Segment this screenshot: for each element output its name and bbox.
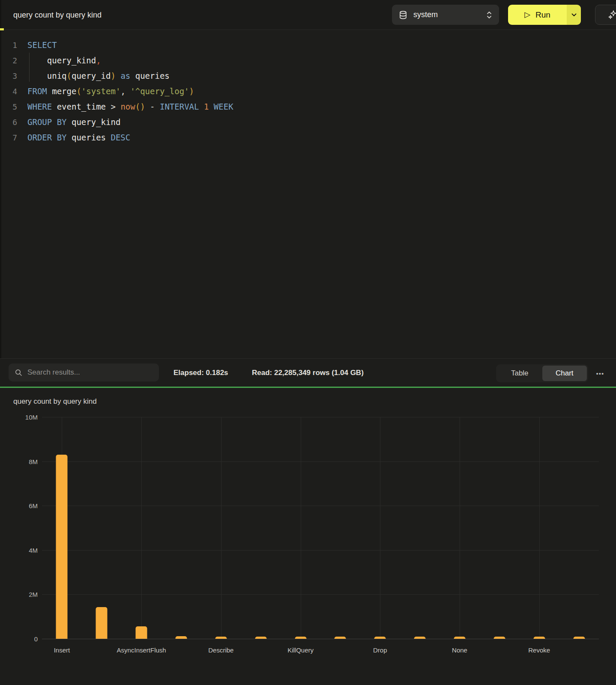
search-icon [15, 369, 22, 376]
chart-title: query count by query kind [13, 397, 97, 406]
bar-series-4[interactable] [176, 636, 187, 639]
bar-series-14[interactable] [573, 637, 585, 639]
bar-Revoke[interactable] [533, 637, 545, 639]
run-options-button[interactable] [567, 5, 581, 25]
line-number: 6 [0, 118, 17, 127]
bar-Describe[interactable] [215, 637, 227, 639]
results-toolbar: Search results... Elapsed: 0.182s Read: … [0, 358, 616, 387]
sql-editor[interactable]: 1 SELECT 2 query_kind, 3 uniq(query_id) … [0, 30, 616, 358]
editor-left-edge [0, 0, 1, 358]
bar-chart-plot: 10M8M6M4M2M0InsertAsyncInsertFlushDescri… [42, 417, 599, 639]
bar-Drop[interactable] [374, 637, 386, 639]
line-number: 7 [0, 133, 17, 142]
h-gridline [42, 417, 599, 417]
bar-KillQuery[interactable] [295, 637, 306, 639]
query-tab-title: query count by query kind [13, 0, 102, 30]
code-line-6[interactable]: 6 GROUP BY query_kind [0, 114, 616, 130]
v-gridline [301, 417, 301, 639]
tab-chart[interactable]: Chart [542, 366, 587, 381]
code-line-2[interactable]: 2 query_kind, [0, 53, 616, 68]
search-results-input[interactable]: Search results... [9, 363, 159, 381]
search-placeholder: Search results... [27, 368, 80, 377]
x-axis-label: Revoke [528, 646, 550, 654]
v-gridline [141, 417, 142, 639]
bar-None[interactable] [454, 637, 466, 639]
elapsed-stat: Elapsed: 0.182s [173, 359, 228, 387]
h-gridline [42, 506, 599, 506]
y-axis-tick: 10M [15, 414, 38, 421]
database-icon [399, 11, 407, 19]
y-axis-tick: 8M [15, 458, 38, 465]
v-gridline [539, 417, 540, 639]
bar-series-6[interactable] [255, 637, 266, 639]
ai-assist-button[interactable] [595, 5, 616, 25]
h-gridline [42, 594, 599, 595]
x-axis-label: None [452, 646, 467, 654]
h-gridline [42, 550, 599, 551]
x-axis-label: AsyncInsertFlush [117, 646, 166, 654]
code-line-5[interactable]: 5 WHERE event_time > now() - INTERVAL 1 … [0, 99, 616, 114]
code-area[interactable]: 1 SELECT 2 query_kind, 3 uniq(query_id) … [0, 37, 616, 145]
code-line-1[interactable]: 1 SELECT [0, 37, 616, 53]
code-line-7[interactable]: 7 ORDER BY queries DESC [0, 130, 616, 145]
active-tab-indicator [0, 28, 4, 30]
x-axis-label: Insert [54, 646, 70, 654]
bar-series-12[interactable] [493, 637, 505, 639]
run-button-group: ▷ Run [508, 5, 581, 25]
line-number: 3 [0, 71, 17, 80]
x-axis-label: Describe [208, 646, 233, 654]
line-number: 4 [0, 87, 17, 96]
chevron-updown-icon [486, 10, 492, 20]
v-gridline [460, 417, 460, 639]
line-number: 5 [0, 102, 17, 111]
chart-panel: query count by query kind 10M8M6M4M2M0In… [0, 388, 616, 685]
more-options-icon[interactable]: ••• [592, 364, 609, 382]
run-button-label: Run [535, 10, 550, 20]
y-axis-tick: 2M [15, 591, 38, 598]
x-axis-label: KillQuery [287, 646, 314, 654]
bar-series-8[interactable] [335, 637, 346, 639]
database-selector[interactable]: system [392, 5, 499, 25]
tab-table[interactable]: Table [497, 366, 542, 381]
play-icon: ▷ [524, 11, 530, 18]
view-toggle: Table Chart [496, 364, 588, 382]
run-button[interactable]: ▷ Run [508, 5, 567, 25]
y-axis-tick: 0 [15, 635, 38, 643]
x-axis-label: Drop [373, 646, 387, 654]
bar-series-10[interactable] [414, 637, 426, 639]
y-axis-tick: 4M [15, 547, 38, 554]
sql-console: query count by query kind system ▷ Run [0, 0, 616, 685]
chevron-down-icon [571, 13, 577, 17]
sparkles-icon [607, 10, 616, 20]
read-stat: Read: 22,285,349 rows (1.04 GB) [252, 359, 364, 387]
y-axis-tick: 6M [15, 502, 38, 509]
v-gridline [221, 417, 221, 639]
bar-Insert[interactable] [56, 455, 68, 639]
v-gridline [380, 417, 380, 639]
bar-AsyncInsertFlush[interactable] [136, 626, 147, 639]
database-selector-value: system [413, 10, 486, 19]
code-line-3[interactable]: 3 uniq(query_id) as queries [0, 68, 616, 83]
code-line-4[interactable]: 4 FROM merge('system', '^query_log') [0, 83, 616, 99]
line-number: 1 [0, 41, 17, 50]
x-axis-line [42, 639, 599, 639]
h-gridline [42, 462, 599, 462]
header-bar: query count by query kind system ▷ Run [0, 0, 616, 30]
bar-series-2[interactable] [96, 607, 108, 639]
line-number: 2 [0, 56, 17, 65]
